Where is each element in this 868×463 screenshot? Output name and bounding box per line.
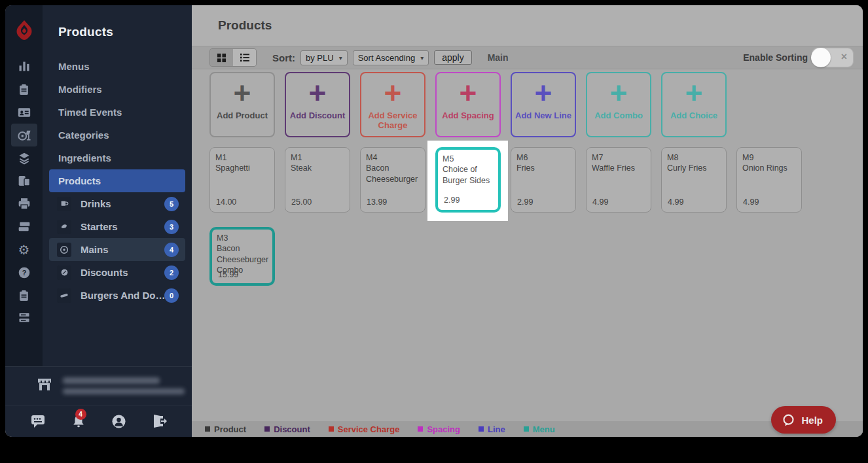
sidebar-item-timed-events[interactable]: Timed Events (43, 101, 192, 124)
grid-view-button[interactable] (210, 49, 233, 66)
account-person-icon[interactable] (111, 414, 126, 429)
current-store-block[interactable] (5, 366, 192, 405)
settings-gear-icon[interactable]: ⚙ (11, 238, 37, 261)
legend-label: Service Charge (338, 424, 400, 434)
legend-square (418, 426, 423, 432)
store-icon (37, 377, 52, 394)
legend-item-product: Product (205, 424, 246, 434)
add-new-line-button[interactable]: + Add New Line (511, 72, 576, 137)
product-tile-m3-bacon-cheeseburger-combo[interactable]: M3 Bacon Cheeseburger Combo 15.99 (209, 227, 275, 286)
sidebar-item-ingredients[interactable]: Ingredients (43, 146, 192, 169)
product-plu: M8 (667, 152, 721, 163)
add-button-label: Add Discount (288, 111, 348, 121)
add-service-charge-button[interactable]: + Add Service Charge (360, 72, 425, 137)
help-button[interactable]: Help (771, 406, 836, 434)
sidebar-item-categories[interactable]: Categories (43, 124, 192, 146)
product-tile-m1-steak[interactable]: M1 Steak 25.00 (285, 147, 350, 213)
blurred-store-name (63, 377, 160, 384)
legend-square (264, 426, 270, 432)
chevron-down-icon: ▾ (420, 54, 424, 61)
product-price: 4.99 (743, 197, 759, 207)
printer-icon[interactable] (11, 192, 37, 215)
product-plu: M6 (516, 152, 570, 163)
sidebar-item-menus[interactable]: Menus (43, 55, 192, 78)
mains-icon (57, 243, 71, 257)
sidebar-subitem-burgers[interactable]: Burgers And Do… 0 (49, 284, 185, 307)
chat-icon[interactable] (30, 414, 46, 428)
help-circle-icon[interactable]: ? (11, 261, 37, 284)
sidebar-item-modifiers[interactable]: Modifiers (43, 78, 192, 101)
product-tile-m8-curly-fries[interactable]: M8 Curly Fries 4.99 (661, 147, 727, 213)
tasks-clipboard-icon[interactable] (11, 284, 37, 307)
legend-item-service-charge: Service Charge (329, 424, 400, 434)
main-header: Products (192, 5, 863, 46)
discount-icon (57, 266, 71, 280)
sidebar-panel: Products Menus Modifiers Timed Events Ca… (43, 5, 192, 366)
legend-label: Line (488, 424, 505, 434)
add-discount-button[interactable]: + Add Discount (285, 72, 350, 137)
add-button-label: Add Combo (592, 111, 645, 121)
cards-icon[interactable] (11, 215, 37, 238)
id-card-icon[interactable] (11, 101, 37, 124)
count-badge: 4 (164, 243, 179, 257)
list-view-button[interactable] (233, 49, 256, 66)
add-buttons-row: + Add Product + Add Discount + Add Servi… (209, 72, 727, 137)
sort-direction-value: Sort Ascending (358, 53, 415, 63)
stacked-rows-icon[interactable] (11, 307, 37, 330)
product-price: 2.99 (444, 195, 460, 205)
logout-icon[interactable] (152, 414, 168, 428)
add-spacing-button[interactable]: + Add Spacing (435, 72, 501, 137)
sort-by-select[interactable]: by PLU ▾ (300, 50, 348, 65)
product-name: Steak (291, 163, 344, 173)
sidebar-subitem-discounts[interactable]: Discounts 2 (49, 261, 185, 284)
add-product-button[interactable]: + Add Product (209, 72, 275, 137)
close-icon[interactable]: × (841, 51, 847, 63)
product-name: Curly Fries (667, 163, 721, 173)
notifications-bell-icon[interactable]: 4 (71, 414, 86, 429)
toggle-knob[interactable] (811, 48, 831, 67)
add-button-label: Add Service Charge (361, 111, 424, 131)
product-tile-m5-choice-of-burger-sides[interactable]: M5 Choice of Burger Sides 2.99 (435, 147, 501, 213)
enable-sorting-toggle[interactable]: × (812, 48, 854, 67)
products-dish-icon[interactable] (11, 124, 37, 146)
product-tile-m1-spaghetti[interactable]: M1 Spaghetti 14.00 (209, 147, 275, 213)
lightspeed-logo-icon[interactable] (11, 17, 37, 43)
layers-icon[interactable] (11, 146, 37, 169)
count-badge: 0 (164, 288, 179, 303)
clipboard-icon[interactable] (11, 78, 37, 101)
add-combo-button[interactable]: + Add Combo (586, 72, 651, 137)
plus-icon: + (309, 78, 327, 107)
devices-icon[interactable] (11, 169, 37, 192)
enable-sorting-label: Enable Sorting (743, 52, 808, 63)
product-tile-m4-bacon-cheeseburger[interactable]: M4 Bacon Cheeseburger 13.99 (360, 147, 425, 213)
sort-label: Sort: (272, 52, 295, 63)
reports-chart-icon[interactable] (11, 55, 37, 78)
app-window: ⚙ ? Products Menus Modifiers Timed Event… (5, 5, 863, 437)
plus-icon: + (234, 78, 251, 107)
notification-badge: 4 (75, 409, 86, 420)
plus-icon: + (384, 78, 402, 107)
help-bubble-icon (782, 413, 795, 427)
apply-button[interactable]: apply (434, 50, 471, 65)
product-tile-m9-onion-rings[interactable]: M9 Onion Rings 4.99 (736, 147, 802, 213)
sidebar-subitem-mains[interactable]: Mains 4 (49, 238, 185, 261)
icon-rail: ⚙ ? (5, 5, 43, 366)
product-name: Choice of Burger Sides (443, 164, 494, 186)
product-price: 2.99 (517, 197, 533, 207)
legend-label: Discount (274, 424, 310, 434)
product-name: Bacon Cheeseburger (366, 163, 420, 184)
sidebar-subitem-starters[interactable]: Starters 3 (49, 215, 185, 238)
add-choice-button[interactable]: + Add Choice (661, 72, 727, 137)
subitem-label: Drinks (81, 198, 111, 209)
subitem-label: Burgers And Do… (81, 290, 165, 301)
sidebar-item-products[interactable]: Products (49, 169, 185, 192)
legend-item-discount: Discount (264, 424, 310, 434)
sidebar-subitem-drinks[interactable]: Drinks 5 (49, 192, 185, 215)
sort-direction-select[interactable]: Sort Ascending ▾ (353, 50, 429, 65)
product-tile-m7-waffle-fries[interactable]: M7 Waffle Fries 4.99 (586, 147, 651, 213)
legend-item-menu: Menu (524, 424, 555, 434)
svg-text:?: ? (22, 268, 26, 276)
product-tile-m6-fries[interactable]: M6 Fries 2.99 (511, 147, 576, 213)
menu-tab-main[interactable]: Main (488, 52, 509, 63)
legend-item-spacing: Spacing (418, 424, 460, 434)
